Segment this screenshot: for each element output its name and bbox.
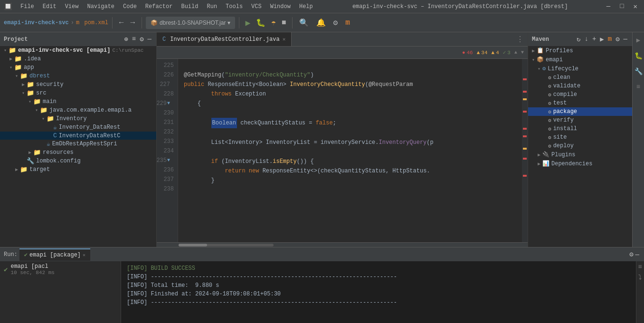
side-tool-icon[interactable]: 🔧 bbox=[633, 66, 644, 77]
tab-close-btn[interactable]: ✕ bbox=[283, 36, 286, 42]
debug-btn[interactable]: 🐛 bbox=[254, 16, 267, 29]
tree-item-inv-ctrl[interactable]: ▶ C InventoryDataRestC bbox=[0, 132, 156, 140]
maven-item-verify[interactable]: ▶ ⚙ verify bbox=[528, 116, 632, 124]
window-controls: — □ ✕ bbox=[604, 1, 640, 11]
run-btn[interactable]: ▶ bbox=[243, 16, 252, 30]
collapse-btn[interactable]: ≡ bbox=[131, 34, 137, 44]
code-content[interactable]: @GetMapping("inventory/CheckQuantity") p… bbox=[178, 59, 522, 242]
branch-selector[interactable]: 📦 dbrest-1.0-SNAPSHOT.jar ▾ bbox=[146, 17, 235, 29]
app-icon: 🔲 bbox=[4, 2, 12, 10]
settings-btn[interactable]: ⚙ bbox=[331, 16, 341, 29]
h-scrollbar[interactable] bbox=[157, 242, 528, 247]
menu-window[interactable]: Window bbox=[266, 2, 294, 11]
maven-panel: Maven ↻ ↓ + ▶ m ⚙ — ▶ 📋 Profiles ▾ 📦 bbox=[528, 32, 632, 247]
maven-item-package[interactable]: ▶ ⚙ package bbox=[528, 107, 632, 116]
maven-item-profiles[interactable]: ▶ 📋 Profiles bbox=[528, 46, 632, 55]
lifecycle-label: Lifecycle bbox=[548, 66, 578, 72]
locate-btn[interactable]: ⊕ bbox=[123, 34, 129, 44]
maven-item-test[interactable]: ▶ ⚙ test bbox=[528, 99, 632, 107]
tree-item-idea[interactable]: ▶ 📁 .idea bbox=[0, 55, 156, 63]
maven-item-compile[interactable]: ▶ ⚙ compile bbox=[528, 90, 632, 99]
terminal-content[interactable]: [INFO] BUILD SUCCESS [INFO] ------------… bbox=[121, 261, 636, 323]
tree-item-lombok[interactable]: ▶ 🔧 lombok.config bbox=[0, 157, 156, 165]
toolbar-separator-1 bbox=[112, 17, 113, 28]
tree-item-security[interactable]: ▶ 📁 security bbox=[0, 80, 156, 89]
search-btn[interactable]: 🔍 bbox=[296, 16, 312, 29]
code-editor[interactable]: 225 226 227 228 229▼ 230 231 232 233 234… bbox=[157, 59, 528, 242]
more-tabs-btn[interactable]: ⋮ bbox=[512, 35, 528, 44]
filter-btn[interactable]: ⚙ bbox=[139, 34, 144, 44]
validate-gear-icon: ⚙ bbox=[548, 83, 551, 89]
menu-view[interactable]: View bbox=[61, 2, 83, 11]
coverage-btn[interactable]: ☂ bbox=[269, 16, 278, 29]
menu-help[interactable]: Help bbox=[295, 2, 317, 11]
stop-btn[interactable]: ■ bbox=[280, 17, 288, 29]
run-bar-minimize-btn[interactable]: — bbox=[635, 250, 640, 259]
menu-code[interactable]: Code bbox=[119, 2, 141, 11]
maven-add-btn[interactable]: + bbox=[591, 34, 597, 44]
maven-item-lifecycle[interactable]: ▾ ⚙ Lifecycle bbox=[528, 64, 632, 73]
tree-item-inventory[interactable]: ▾ 📁 Inventory bbox=[0, 114, 156, 123]
side-list-icon[interactable]: ≡ bbox=[635, 81, 642, 93]
tree-item-dbrest[interactable]: ▾ 📁 dbrest bbox=[0, 72, 156, 80]
tree-item-target[interactable]: ▶ 📁 target bbox=[0, 165, 156, 174]
tree-item-app[interactable]: ▾ 📁 app bbox=[0, 63, 156, 72]
java-tab-icon: C bbox=[162, 36, 166, 43]
maven-m-btn[interactable]: m bbox=[607, 34, 613, 44]
run-tab-close-btn[interactable]: ✕ bbox=[83, 252, 85, 258]
project-name[interactable]: emapi-inv-check-svc bbox=[4, 19, 69, 26]
error-icon: ● bbox=[462, 50, 465, 56]
minimize-btn[interactable]: — bbox=[604, 1, 613, 11]
maven-download-btn[interactable]: ↓ bbox=[584, 34, 589, 44]
forward-btn[interactable]: → bbox=[127, 17, 138, 29]
maven-item-plugins[interactable]: ▶ 🔌 Plugins bbox=[528, 150, 632, 159]
update-btn[interactable]: 🔔 bbox=[313, 16, 329, 29]
panel-close-btn[interactable]: — bbox=[147, 34, 152, 44]
maven-item-site[interactable]: ▶ ⚙ site bbox=[528, 133, 632, 142]
tree-item-java-pkg[interactable]: ▾ 📁 java.com.example.emapi.a bbox=[0, 106, 156, 114]
terminal-format-btn[interactable]: ≡ bbox=[638, 263, 642, 271]
maven-refresh-btn[interactable]: ↻ bbox=[576, 34, 581, 44]
maven-item-dependencies[interactable]: ▶ 📊 Dependencies bbox=[528, 159, 632, 168]
side-run-icon[interactable]: ▶ bbox=[635, 34, 642, 46]
tree-item-resources[interactable]: ▶ 📁 resources bbox=[0, 148, 156, 157]
fold-marker-235: ▼ bbox=[167, 156, 170, 165]
tree-item-inv-data-rest[interactable]: ▶ ☕ Inventory_DataRest bbox=[0, 123, 156, 132]
maven-item-install[interactable]: ▶ ⚙ install bbox=[528, 124, 632, 133]
tree-item-root[interactable]: ▾ 📁 emapi-inv-check-svc [emapi] C:\runSp… bbox=[0, 46, 156, 55]
terminal-wrap-btn[interactable]: ⤵ bbox=[638, 274, 642, 281]
menu-build[interactable]: Build bbox=[177, 2, 202, 11]
side-debug-icon[interactable]: 🐛 bbox=[633, 50, 644, 62]
maven-run-btn[interactable]: ▶ bbox=[599, 34, 605, 44]
status-up-btn[interactable]: ▲ bbox=[514, 50, 517, 55]
maven-item-validate[interactable]: ▶ ⚙ validate bbox=[528, 82, 632, 90]
menu-run[interactable]: Run bbox=[203, 2, 221, 11]
tree-item-main[interactable]: ▾ 📁 main bbox=[0, 97, 156, 106]
tree-item-src[interactable]: ▾ 📁 src bbox=[0, 89, 156, 97]
m-btn[interactable]: m bbox=[342, 17, 353, 29]
pom-file[interactable]: m pom.xml bbox=[76, 19, 108, 26]
info-icon: ▲ bbox=[492, 50, 495, 56]
maven-item-emapi[interactable]: ▾ 📦 emapi bbox=[528, 55, 632, 64]
run-list-item[interactable]: ✔ emapi [pacl 10 sec, 842 ms bbox=[0, 261, 121, 277]
menu-tools[interactable]: Tools bbox=[222, 2, 246, 11]
back-btn[interactable]: ← bbox=[116, 17, 127, 29]
editor-tab-active[interactable]: C InventoryDataRestController.java ✕ bbox=[157, 32, 292, 46]
menu-refactor[interactable]: Refactor bbox=[142, 2, 177, 11]
close-btn[interactable]: ✕ bbox=[631, 1, 640, 11]
maven-settings-btn[interactable]: ⚙ bbox=[615, 34, 620, 44]
menu-file[interactable]: File bbox=[17, 2, 38, 11]
menu-edit[interactable]: Edit bbox=[39, 2, 60, 11]
status-down-btn[interactable]: ▼ bbox=[521, 50, 524, 55]
maven-minimize-btn[interactable]: — bbox=[623, 34, 628, 44]
scrollbar-thumb[interactable] bbox=[179, 244, 207, 247]
maximize-btn[interactable]: □ bbox=[617, 1, 626, 11]
maven-item-deploy[interactable]: ▶ ⚙ deploy bbox=[528, 142, 632, 150]
menu-navigate[interactable]: Navigate bbox=[83, 2, 118, 11]
run-bar-settings-btn[interactable]: ⚙ bbox=[628, 249, 634, 259]
tree-item-emdb[interactable]: ▶ ☕ EmDbRestAppRestSpri bbox=[0, 140, 156, 148]
run-tab-active[interactable]: ✔ emapi [package] ✕ bbox=[19, 248, 90, 261]
menu-vcs[interactable]: VCS bbox=[247, 2, 265, 11]
maven-item-clean[interactable]: ▶ ⚙ clean bbox=[528, 73, 632, 82]
project-panel-header: Project ⊕ ≡ ⚙ — bbox=[0, 32, 156, 46]
